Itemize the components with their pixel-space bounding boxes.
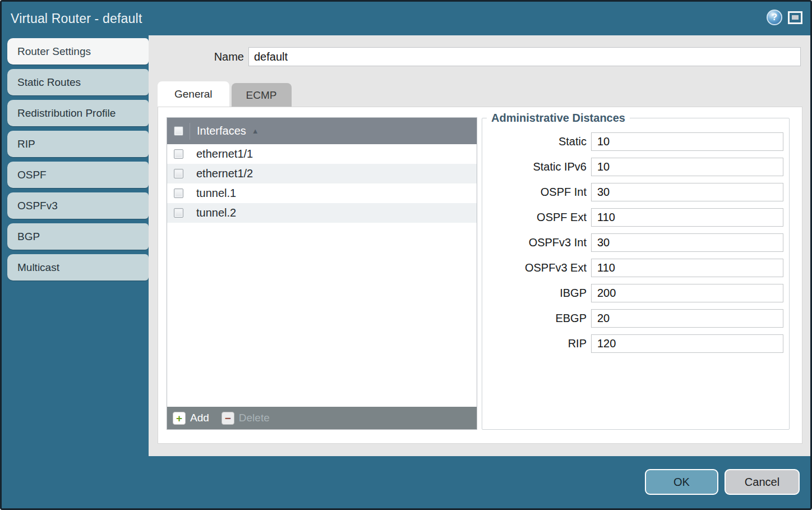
ebgp-field-row: EBGP: [482, 309, 783, 328]
titlebar: Virtual Router - default ?: [2, 2, 810, 35]
dialog-title: Virtual Router - default: [11, 2, 142, 35]
help-icon[interactable]: ?: [767, 10, 782, 25]
ibgp-input[interactable]: [591, 284, 783, 302]
titlebar-icons: ?: [767, 10, 802, 25]
sidebar-item-ospfv3[interactable]: OSPFv3: [7, 192, 149, 219]
sidebar-item-multicast[interactable]: Multicast: [7, 254, 149, 281]
select-all-checkbox[interactable]: [174, 126, 183, 136]
interface-name: tunnel.2: [190, 206, 236, 219]
ebgp-input[interactable]: [591, 309, 783, 328]
table-row-ethernet1-1[interactable]: ethernet1/1: [167, 144, 477, 164]
tab-general[interactable]: General: [158, 81, 229, 107]
row-checkbox[interactable]: [174, 149, 183, 159]
interface-name: ethernet1/1: [190, 148, 253, 160]
sidebar-item-rip[interactable]: RIP: [7, 131, 149, 157]
plus-icon: +: [173, 412, 186, 425]
sidebar: Router Settings Static Routes Redistribu…: [2, 35, 149, 508]
interfaces-column-header[interactable]: Interfaces ▲: [190, 123, 477, 140]
name-row: Name: [149, 47, 801, 66]
admin-distances-fieldset: Administrative Distances Static Static I…: [482, 112, 790, 430]
rip-label: RIP: [568, 337, 587, 350]
row-checkbox[interactable]: [174, 169, 183, 178]
cancel-button[interactable]: Cancel: [725, 469, 800, 495]
ospf-int-field-row: OSPF Int: [482, 183, 783, 201]
static-field-row: Static: [482, 132, 783, 151]
static-input[interactable]: [591, 132, 783, 151]
ospfv3-int-input[interactable]: [591, 233, 783, 252]
general-tab-panel: Interfaces ▲ ethernet1/1 ethernet1/2: [158, 107, 802, 444]
table-row-ethernet1-2[interactable]: ethernet1/2: [167, 164, 477, 183]
interfaces-table-footer: + Add − Delete: [167, 407, 477, 429]
interface-name: ethernet1/2: [190, 167, 253, 180]
row-checkbox[interactable]: [174, 189, 183, 198]
sidebar-item-redistribution-profile[interactable]: Redistribution Profile: [7, 100, 149, 126]
sidebar-item-ospf[interactable]: OSPF: [7, 162, 149, 188]
interfaces-column-label: Interfaces: [197, 125, 246, 137]
content-area: Name General ECMP Interfaces ▲: [149, 35, 810, 456]
static-ipv6-input[interactable]: [591, 158, 783, 176]
ok-button[interactable]: OK: [645, 469, 718, 495]
interfaces-table: Interfaces ▲ ethernet1/1 ethernet1/2: [167, 117, 477, 430]
virtual-router-dialog: Virtual Router - default ? Router Settin…: [0, 0, 812, 510]
interfaces-table-body: ethernet1/1 ethernet1/2 tunnel.1 tunnel.…: [167, 144, 477, 407]
static-ipv6-field-row: Static IPv6: [482, 158, 783, 176]
ospf-ext-input[interactable]: [591, 208, 783, 227]
ospfv3-ext-label: OSPFv3 Ext: [525, 261, 587, 274]
ebgp-label: EBGP: [555, 312, 587, 325]
name-input[interactable]: [248, 47, 801, 66]
window-restore-icon-inner: [792, 15, 799, 20]
static-label: Static: [559, 135, 587, 148]
sidebar-item-bgp[interactable]: BGP: [7, 223, 149, 250]
tab-row: General ECMP: [158, 81, 292, 107]
delete-button-label: Delete: [239, 412, 270, 424]
name-label: Name: [149, 50, 248, 63]
sidebar-item-router-settings[interactable]: Router Settings: [7, 38, 149, 65]
ospf-int-input[interactable]: [591, 183, 783, 201]
add-button-label: Add: [190, 412, 209, 424]
help-icon-glyph: ?: [772, 12, 777, 23]
ospf-ext-label: OSPF Ext: [537, 211, 587, 224]
interface-name: tunnel.1: [190, 187, 236, 200]
sidebar-item-static-routes[interactable]: Static Routes: [7, 69, 149, 95]
static-ipv6-label: Static IPv6: [533, 160, 587, 173]
ospfv3-ext-input[interactable]: [591, 259, 783, 277]
row-checkbox[interactable]: [174, 208, 183, 218]
ibgp-field-row: IBGP: [482, 284, 783, 302]
add-button[interactable]: + Add: [173, 412, 209, 425]
sort-ascending-icon: ▲: [252, 127, 259, 135]
rip-input[interactable]: [591, 334, 783, 353]
delete-button[interactable]: − Delete: [222, 412, 270, 425]
tab-ecmp[interactable]: ECMP: [232, 83, 292, 107]
ospf-ext-field-row: OSPF Ext: [482, 208, 783, 227]
table-row-tunnel-1[interactable]: tunnel.1: [167, 183, 477, 203]
ospf-int-label: OSPF Int: [541, 186, 587, 199]
minus-icon: −: [222, 412, 234, 425]
table-row-tunnel-2[interactable]: tunnel.2: [167, 203, 477, 223]
ibgp-label: IBGP: [560, 287, 587, 300]
ospfv3-int-field-row: OSPFv3 Int: [482, 233, 783, 252]
rip-field-row: RIP: [482, 334, 783, 353]
ospfv3-int-label: OSPFv3 Int: [529, 236, 587, 249]
interfaces-table-header: Interfaces ▲: [167, 118, 477, 144]
admin-distances-legend: Administrative Distances: [487, 112, 630, 125]
window-restore-icon[interactable]: [788, 11, 802, 24]
select-all-cell: [167, 126, 190, 136]
ospfv3-ext-field-row: OSPFv3 Ext: [482, 259, 783, 277]
